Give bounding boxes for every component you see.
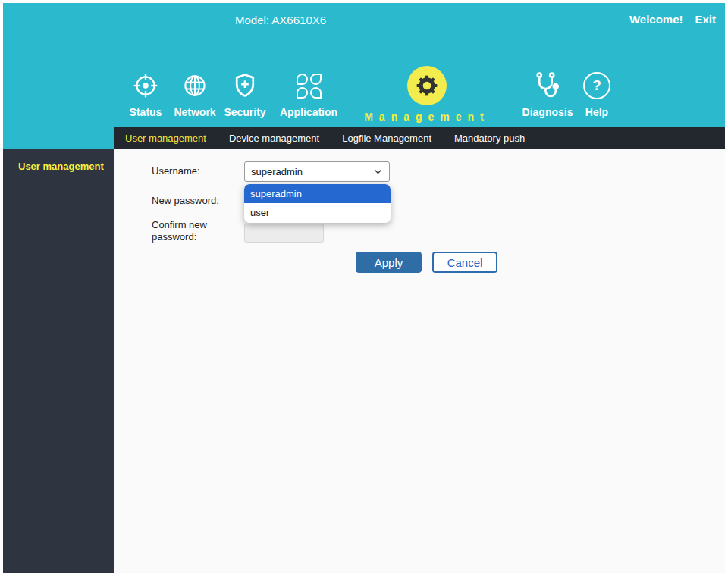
nav-label-network: Network: [174, 106, 215, 118]
cancel-button[interactable]: Cancel: [432, 252, 497, 273]
subnav: User management Device management Logfil…: [114, 127, 725, 149]
model-label: Model: AX6610X6: [235, 14, 326, 27]
username-select[interactable]: superadmin: [244, 161, 390, 182]
dropdown-option-superadmin[interactable]: superadmin: [244, 184, 391, 203]
welcome-label: Welcome!: [629, 13, 683, 26]
nav-item-status[interactable]: Status: [123, 66, 168, 118]
username-dropdown-list: superadmin user: [244, 184, 391, 223]
nav-item-network[interactable]: Network: [170, 66, 220, 118]
application-clover-icon: [297, 72, 322, 99]
nav-label-status: Status: [130, 106, 162, 118]
username-select-value: superadmin: [251, 166, 373, 177]
management-gear-icon: [407, 66, 447, 105]
nav-label-diagnosis: Diagnosis: [522, 106, 573, 118]
apply-button[interactable]: Apply: [356, 252, 422, 273]
network-globe-icon: [181, 72, 209, 99]
security-shield-icon: [232, 72, 258, 99]
main-nav: Status Network: [123, 66, 614, 123]
nav-item-application[interactable]: Application: [276, 66, 341, 118]
exit-button[interactable]: Exit: [695, 13, 716, 26]
nav-item-help[interactable]: ? Help: [579, 66, 614, 118]
diagnosis-stethoscope-icon: [532, 72, 563, 99]
nav-item-diagnosis[interactable]: Diagnosis: [519, 66, 576, 118]
nav-item-security[interactable]: Security: [221, 66, 268, 118]
status-target-icon: [132, 72, 159, 99]
subnav-tab-user-management[interactable]: User management: [125, 133, 206, 144]
new-password-label: New password:: [152, 195, 219, 207]
nav-label-application: Application: [280, 106, 337, 118]
username-label: Username:: [152, 165, 200, 177]
confirm-password-label: Confirm new password:: [152, 219, 237, 243]
help-question-icon: ?: [583, 72, 610, 99]
sidebar-item-user-management[interactable]: User management: [18, 161, 104, 172]
subnav-tab-logfile-management[interactable]: Logfile Management: [342, 133, 431, 144]
nav-label-help: Help: [585, 106, 608, 118]
nav-label-security: Security: [224, 106, 265, 118]
subnav-tab-mandatory-push[interactable]: Mandatory push: [454, 133, 525, 144]
sidebar: User management: [3, 149, 114, 573]
page: Model: AX6610X6 Welcome! Exit Sta: [3, 3, 725, 573]
confirm-password-input[interactable]: [244, 224, 324, 243]
dropdown-option-user[interactable]: user: [244, 203, 391, 222]
nav-label-management: Management: [364, 111, 490, 123]
chevron-down-icon: [373, 167, 383, 177]
subnav-tab-device-management[interactable]: Device management: [229, 133, 319, 144]
main-content: Username: superadmin New password: Confi…: [114, 149, 725, 573]
nav-item-management[interactable]: Management: [355, 66, 499, 123]
welcome-area: Welcome! Exit: [629, 13, 716, 26]
